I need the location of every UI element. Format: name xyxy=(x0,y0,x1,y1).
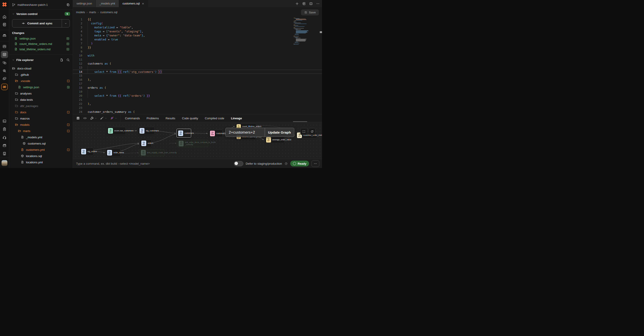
code-line-18[interactable]: 18orders as ( xyxy=(73,86,322,90)
code-line-3[interactable]: 3 materialized = "table", xyxy=(73,25,322,29)
changed-file-settings.json[interactable]: settings.json xyxy=(9,36,73,41)
rail-item-copilot-icon[interactable] xyxy=(1,84,8,90)
rail-item-notebooks-icon[interactable] xyxy=(2,22,7,27)
tree-item-docs[interactable]: docs xyxy=(9,109,73,115)
rail-item-home-icon[interactable] xyxy=(2,14,7,19)
rail-item-code-editor-icon[interactable] xyxy=(1,51,8,58)
panel-scrollbar-thumb[interactable] xyxy=(293,121,307,122)
build-tools-icon[interactable] xyxy=(90,116,97,120)
more-options-button[interactable] xyxy=(312,160,319,167)
panel-tab-results[interactable]: Results xyxy=(166,117,175,120)
lineage-node-stg_orders[interactable]: MDLstg_orders xyxy=(80,148,94,155)
rail-item-apps-icon[interactable] xyxy=(2,143,7,148)
code-line-21[interactable]: 21 xyxy=(73,98,322,102)
lineage-node-customers[interactable]: MDLcustomers xyxy=(176,129,191,138)
stage-plus-icon[interactable] xyxy=(66,47,70,51)
lineage-node-customers[interactable]: SEMcustomers xyxy=(208,130,223,137)
branch-name[interactable]: matthewshaver-patch-1 xyxy=(18,3,64,6)
lineage-node-average_order_value[interactable]: METaverage_order_value xyxy=(264,136,284,143)
new-tab-icon[interactable] xyxy=(295,2,299,5)
code-line-1[interactable]: 1{{ xyxy=(73,17,322,21)
code-line-11[interactable]: 11 xyxy=(73,58,322,62)
rail-item-sessions-icon[interactable] xyxy=(2,76,7,81)
rail-item-insights-icon[interactable] xyxy=(2,69,7,73)
code-line-22[interactable]: 22), xyxy=(73,102,322,106)
panel-tab-commands[interactable]: Commands xyxy=(125,117,140,120)
panel-tab-code-quality[interactable]: Code quality xyxy=(182,117,198,120)
code-line-7[interactable]: 7 ) xyxy=(73,41,322,45)
rail-item-tasks-icon[interactable] xyxy=(2,127,7,131)
lineage-refresh-button[interactable] xyxy=(308,128,316,135)
code-line-13[interactable]: 13 xyxy=(73,66,322,70)
command-input[interactable]: Type a command, ex. dbt build --select <… xyxy=(76,162,234,165)
code-line-14[interactable]: 14 select * from {{ ref('stg_customers')… xyxy=(73,70,322,74)
rail-item-support-icon[interactable] xyxy=(2,135,7,140)
minimap[interactable] xyxy=(293,18,309,45)
lineage-node-orders[interactable]: MDLorders xyxy=(140,139,152,147)
tree-item-locations.sql[interactable]: locations.sql xyxy=(9,153,73,159)
lineage-graph[interactable]: SRCecom.raw_customersMDLstg_customersMDL… xyxy=(73,122,322,159)
lineage-fullscreen-button[interactable] xyxy=(300,128,308,135)
rail-item-terminal-icon[interactable] xyxy=(2,119,7,123)
version-control-header[interactable]: Version control 5 xyxy=(12,11,70,17)
panel-tab-problems[interactable]: Problems xyxy=(146,117,159,120)
lineage-select-input[interactable]: 2+customers+2 xyxy=(226,128,265,137)
lineage-node-test_supply_costs_sum_correctly[interactable]: TSTtest_supply_costs_sum_correctly xyxy=(139,149,164,156)
code-line-10[interactable]: 10with xyxy=(73,54,322,58)
scrollbar-thumb[interactable] xyxy=(320,31,322,33)
tree-item-marts[interactable]: marts xyxy=(9,128,73,134)
code-line-17[interactable]: 17 xyxy=(73,82,322,86)
notebook-icon[interactable] xyxy=(302,2,306,5)
code-line-5[interactable]: 5 meta = {"owner": "data-team"}, xyxy=(73,33,322,37)
copy-branch-icon[interactable] xyxy=(66,3,70,7)
code-line-19[interactable]: 19 xyxy=(73,90,322,94)
update-graph-button[interactable]: Update Graph xyxy=(265,128,294,137)
code-line-9[interactable]: 9 xyxy=(73,50,322,54)
rail-item-dashboards-icon[interactable] xyxy=(2,44,7,49)
commit-and-sync-button[interactable]: Commit and sync xyxy=(12,19,70,27)
code-line-16[interactable]: 16), xyxy=(73,78,322,82)
rail-item-projects-icon[interactable] xyxy=(2,33,7,37)
code-line-23[interactable]: 23 xyxy=(73,106,322,110)
tree-item-customers.yml[interactable]: customers.yml xyxy=(9,147,73,153)
format-tools-icon[interactable] xyxy=(100,116,107,120)
code-line-24[interactable]: 24customer_orders_summary as ( xyxy=(73,110,322,114)
panel-tab-lineage[interactable]: Lineage xyxy=(231,117,242,120)
editor-tab-_models.yml[interactable]: _models.yml xyxy=(96,0,119,7)
breadcrumb-models[interactable]: models xyxy=(76,11,85,14)
tree-item-docs-cloud[interactable]: docs-cloud xyxy=(9,65,73,71)
changed-file-total_lifetime_orders.md[interactable]: total_lifetime_orders.md xyxy=(9,46,73,52)
breadcrumb-marts[interactable]: marts xyxy=(89,11,96,14)
changed-file-count_lifetime_orders.md[interactable]: count_lifetime_orders.md xyxy=(9,41,73,46)
help-icon[interactable] xyxy=(284,162,288,165)
commit-and-sync-main[interactable]: Commit and sync xyxy=(12,19,62,27)
tree-item-models[interactable]: models xyxy=(9,121,73,128)
lineage-node-order_items[interactable]: MDLorder_items xyxy=(105,149,120,157)
ai-assist-icon[interactable] xyxy=(110,116,117,120)
tree-item-data-tests[interactable]: data-tests xyxy=(9,96,73,103)
new-file-icon[interactable] xyxy=(60,58,64,62)
more-icon[interactable] xyxy=(316,2,320,5)
panel-tab-compiled-code[interactable]: Compiled code xyxy=(205,117,224,120)
rail-item-organization-icon[interactable] xyxy=(2,151,7,156)
user-avatar[interactable] xyxy=(2,160,8,166)
close-icon[interactable] xyxy=(142,2,144,5)
code-editor[interactable]: 1{{2 config(3 materialized = "table",4 t… xyxy=(73,17,322,114)
editor-tab-settings.json[interactable]: settings.json xyxy=(73,0,96,7)
code-line-8[interactable]: 8}} xyxy=(73,45,322,50)
save-button[interactable]: Save xyxy=(301,9,319,15)
lineage-node-test_order_items_compute_to_bools[interactable]: TSTtest_order_items_compute_to_bools _co… xyxy=(177,140,208,147)
editor-tab-customers.sql[interactable]: customers.sql xyxy=(119,0,148,7)
lineage-node-ecom.raw_customers[interactable]: SRCecom.raw_customers xyxy=(106,127,126,135)
tree-item-.github[interactable]: .github xyxy=(9,71,73,78)
defer-toggle[interactable] xyxy=(234,161,243,166)
code-line-15[interactable]: 15 xyxy=(73,74,322,78)
results-table-icon[interactable] xyxy=(76,116,80,120)
code-view-icon[interactable] xyxy=(83,116,87,120)
code-line-4[interactable]: 4 tags = ["events", "staging"], xyxy=(73,29,322,33)
code-line-20[interactable]: 20 select * from {{ ref('orders') }} xyxy=(73,94,322,98)
tree-item-macros[interactable]: macros xyxy=(9,115,73,121)
rail-item-canvas-icon[interactable] xyxy=(2,60,7,65)
tree-item-locations.yml[interactable]: locations.yml xyxy=(9,159,73,165)
tree-item-settings.json[interactable]: settings.json xyxy=(9,84,73,90)
